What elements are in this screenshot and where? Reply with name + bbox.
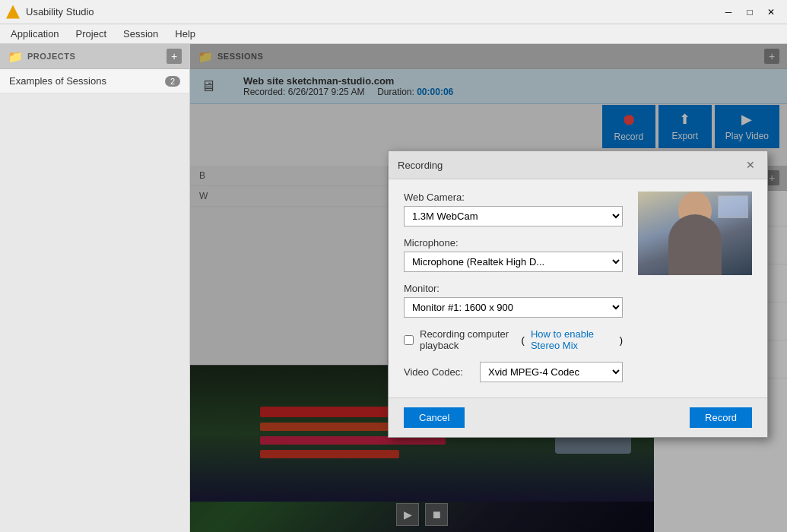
microphone-group: Microphone: Microphone (Realtek High D..…	[404, 237, 623, 272]
dialog-close-button[interactable]: ✕	[743, 157, 758, 173]
sidebar-item-examples[interactable]: Examples of Sessions 2	[0, 69, 189, 93]
app-icon	[6, 5, 20, 19]
monitor-select[interactable]: Monitor #1: 1600 x 900	[404, 297, 623, 318]
playback-row: Recording computer playback ( How to ena…	[404, 328, 623, 351]
monitor-group: Monitor: Monitor #1: 1600 x 900	[404, 283, 623, 318]
recording-dialog: Recording ✕ Web Camera: 1.3M WebCam	[388, 150, 768, 438]
menu-project[interactable]: Project	[68, 26, 114, 42]
menu-application[interactable]: Application	[3, 26, 67, 42]
webcam-body	[668, 214, 722, 275]
app-title: Usability Studio	[26, 6, 94, 17]
main-layout: 📁 PROJECTS + Examples of Sessions 2 📁 SE…	[0, 44, 787, 532]
codec-select[interactable]: Xvid MPEG-4 Codec	[480, 362, 623, 382]
help-link[interactable]: How to enable Stereo Mix	[531, 328, 614, 351]
help-link-prefix: (	[522, 334, 525, 346]
webcam-label: Web Camera:	[404, 192, 623, 203]
playback-label: Recording computer playback	[420, 328, 516, 351]
dialog-footer: Cancel Record	[389, 397, 767, 437]
help-link-suffix: )	[620, 334, 623, 346]
sidebar-item-count: 2	[165, 76, 180, 87]
codec-row: Video Codec: Xvid MPEG-4 Codec	[404, 362, 623, 382]
projects-header-title: PROJECTS	[27, 52, 75, 61]
sidebar-item-label: Examples of Sessions	[9, 75, 106, 87]
dialog-overlay: Recording ✕ Web Camera: 1.3M WebCam	[190, 44, 787, 532]
webcam-select[interactable]: 1.3M WebCam	[404, 206, 623, 226]
dialog-title-bar: Recording ✕	[389, 151, 767, 179]
monitor-label: Monitor:	[404, 283, 623, 294]
playback-checkbox[interactable]	[404, 335, 414, 345]
maximize-button[interactable]: □	[740, 4, 760, 21]
webcam-preview	[638, 192, 752, 275]
menu-bar: Application Project Session Help	[0, 24, 787, 44]
record-dialog-button[interactable]: Record	[690, 407, 752, 428]
sidebar: 📁 PROJECTS + Examples of Sessions 2	[0, 44, 190, 532]
cancel-button[interactable]: Cancel	[404, 407, 465, 428]
dialog-title: Recording	[398, 160, 443, 171]
dialog-body: Web Camera: 1.3M WebCam Microphone: Micr…	[389, 179, 767, 397]
menu-session[interactable]: Session	[116, 26, 166, 42]
minimize-button[interactable]: ─	[719, 4, 738, 21]
webcam-group: Web Camera: 1.3M WebCam	[404, 192, 623, 226]
webcam-image	[638, 192, 752, 275]
title-bar: Usability Studio ─ □ ✕	[0, 0, 787, 24]
add-project-button[interactable]: +	[167, 49, 182, 64]
window-controls: ─ □ ✕	[719, 4, 781, 21]
dialog-form: Web Camera: 1.3M WebCam Microphone: Micr…	[404, 192, 623, 385]
microphone-select[interactable]: Microphone (Realtek High D...	[404, 252, 623, 272]
projects-folder-icon: 📁	[8, 49, 23, 64]
codec-label: Video Codec:	[404, 366, 472, 378]
menu-help[interactable]: Help	[167, 26, 203, 42]
sidebar-header: 📁 PROJECTS +	[0, 44, 189, 69]
close-button[interactable]: ✕	[761, 4, 781, 21]
microphone-label: Microphone:	[404, 237, 623, 249]
content-area: 📁 SESSIONS + 🖥 Web site sketchman-studio…	[190, 44, 787, 532]
